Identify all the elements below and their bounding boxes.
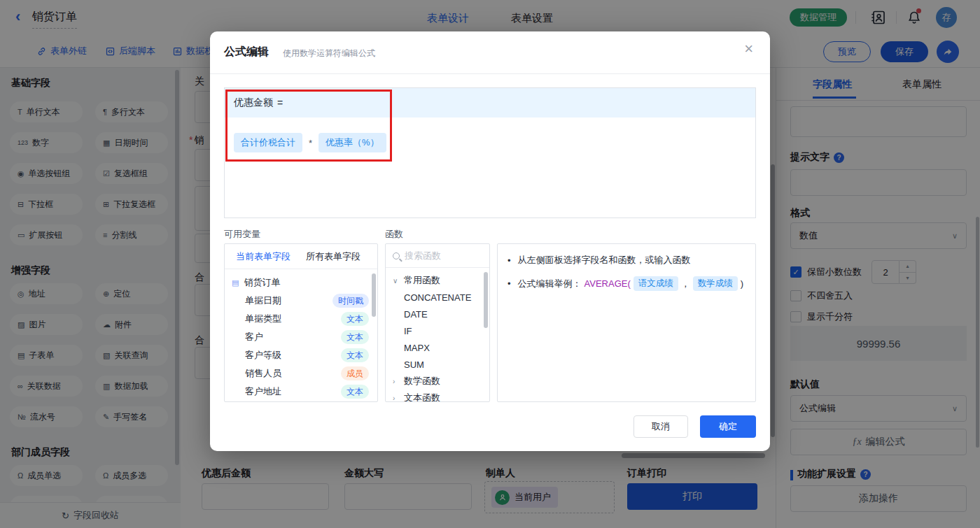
bullet-icon: •: [507, 278, 511, 289]
dialog-subtitle: 使用数学运算符编辑公式: [283, 48, 375, 59]
help-text: 公式编辑举例：: [518, 278, 582, 290]
type-badge: 文本: [341, 312, 369, 326]
dialog-header-divider: [210, 73, 770, 74]
type-badge: 成员: [341, 366, 369, 380]
variable-name: 客户等级: [245, 349, 281, 362]
variable-row[interactable]: [225, 401, 377, 402]
bullet-icon: •: [507, 255, 511, 266]
formula-field-chip[interactable]: 合计价税合计: [234, 133, 302, 152]
tab-current-form-fields[interactable]: 当前表单字段: [236, 250, 290, 263]
type-badge: 文本: [341, 330, 369, 344]
form-doc-icon: ▤: [232, 278, 239, 287]
tab-all-form-fields[interactable]: 所有表单字段: [306, 250, 360, 263]
cancel-button[interactable]: 取消: [634, 415, 688, 438]
type-badge: 时间戳: [332, 294, 369, 308]
formula-edit-dialog: 公式编辑 使用数学运算符编辑公式 × 优惠金额 = 合计价税合计 * 优惠率（%…: [210, 31, 770, 451]
function-group-label: 文本函数: [404, 392, 440, 402]
variable-row[interactable]: 客户 文本: [225, 328, 377, 346]
variable-row[interactable]: 单据类型 文本: [225, 310, 377, 328]
confirm-button[interactable]: 确定: [700, 415, 756, 438]
function-item[interactable]: MAPX: [386, 339, 489, 356]
equals-sign: =: [277, 97, 283, 108]
variables-panel: 当前表单字段 所有表单字段 ▤ 销货订单 单据日期 时间戳 单据类型 文本 客户…: [224, 243, 378, 402]
caret-collapsed-icon: ›: [393, 378, 400, 385]
function-item[interactable]: DATE: [386, 306, 489, 322]
function-group-math[interactable]: › 数学函数: [386, 373, 489, 390]
variable-name: 客户: [245, 331, 263, 343]
search-icon: [393, 252, 400, 259]
function-group-common[interactable]: ∨ 常用函数: [386, 272, 489, 289]
function-search[interactable]: [386, 244, 489, 268]
variable-row[interactable]: 客户等级 文本: [225, 346, 377, 364]
help-text: 从左侧面板选择字段名和函数，或输入函数: [518, 254, 691, 266]
variable-root-label: 销货订单: [244, 276, 280, 289]
variable-name: 单据类型: [245, 313, 281, 325]
variable-name: 销售人员: [245, 367, 281, 380]
functions-panel: ∨ 常用函数 CONCATENATE DATE IF MAPX SUM › 数学…: [385, 243, 490, 402]
functions-scrollbar[interactable]: [484, 272, 488, 328]
comma: ，: [681, 278, 690, 290]
help-bullet-2: • 公式编辑举例： AVERAGE( 语文成绩 ， 数学成绩 ): [498, 276, 755, 291]
formula-target-field: 优惠金额: [234, 97, 273, 109]
function-group-text[interactable]: › 文本函数: [386, 390, 489, 402]
formula-expression: 合计价税合计 * 优惠率（%）: [225, 117, 755, 152]
variables-section-label: 可用变量: [224, 228, 260, 241]
caret-collapsed-icon: ›: [393, 394, 400, 402]
multiply-operator: *: [309, 138, 312, 148]
help-panel: • 从左侧面板选择字段名和函数，或输入函数 • 公式编辑举例： AVERAGE(…: [497, 243, 756, 402]
type-badge: 文本: [341, 348, 369, 362]
variable-name: 客户地址: [245, 385, 281, 398]
close-icon[interactable]: ×: [744, 41, 753, 57]
help-bullet-1: • 从左侧面板选择字段名和函数，或输入函数: [498, 254, 755, 266]
variables-scrollbar[interactable]: [372, 273, 376, 317]
function-item[interactable]: CONCATENATE: [386, 289, 489, 306]
example-field-chip: 数学成绩: [693, 276, 738, 291]
variable-row[interactable]: 客户地址 文本: [225, 383, 377, 401]
function-group-label: 常用函数: [404, 274, 440, 287]
dialog-title: 公式编辑: [224, 45, 269, 59]
variable-root-row[interactable]: ▤ 销货订单: [225, 273, 377, 292]
closing-paren: ): [741, 278, 743, 289]
formula-editor[interactable]: 优惠金额 = 合计价税合计 * 优惠率（%）: [224, 87, 756, 218]
example-function-name: AVERAGE(: [584, 278, 631, 289]
function-group-label: 数学函数: [404, 375, 440, 387]
formula-field-chip[interactable]: 优惠率（%）: [318, 133, 386, 152]
variable-row[interactable]: 单据日期 时间戳: [225, 292, 377, 310]
function-item[interactable]: SUM: [386, 356, 489, 373]
variables-tabs: 当前表单字段 所有表单字段: [225, 244, 377, 269]
function-item[interactable]: IF: [386, 322, 489, 339]
functions-section-label: 函数: [385, 228, 403, 241]
caret-expanded-icon: ∨: [393, 277, 400, 285]
example-field-chip: 语文成绩: [634, 276, 678, 291]
variable-row[interactable]: 销售人员 成员: [225, 364, 377, 383]
variable-name: 单据日期: [245, 294, 281, 307]
type-badge: 文本: [341, 385, 369, 399]
formula-target-row: 优惠金额 =: [225, 88, 755, 117]
function-search-input[interactable]: [405, 250, 475, 261]
